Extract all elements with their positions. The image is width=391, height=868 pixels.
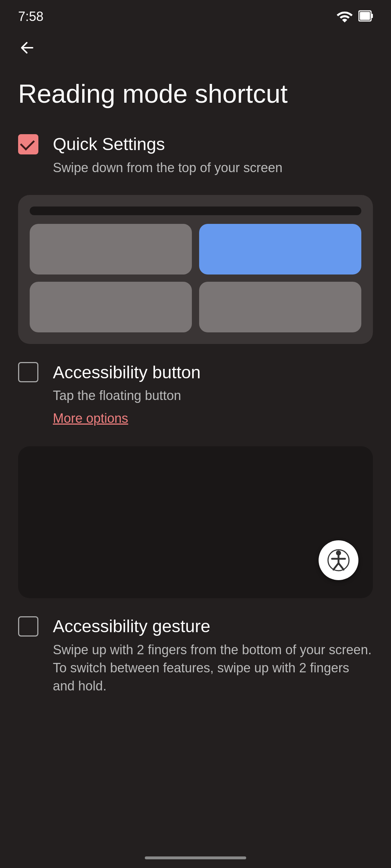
accessibility-person-icon bbox=[327, 549, 350, 572]
status-icons bbox=[337, 9, 373, 24]
svg-rect-2 bbox=[360, 12, 370, 20]
qs-tile-4 bbox=[199, 282, 361, 332]
svg-line-6 bbox=[333, 563, 339, 570]
accessibility-gesture-title: Accessibility gesture bbox=[53, 616, 210, 636]
qs-top-bar bbox=[30, 207, 361, 215]
wifi-icon bbox=[337, 9, 353, 24]
quick-settings-title: Quick Settings bbox=[53, 134, 165, 154]
option-accessibility-button: Accessibility button Tap the floating bu… bbox=[0, 355, 391, 439]
qs-tile-2-active bbox=[199, 224, 361, 275]
battery-icon bbox=[358, 9, 373, 24]
qs-tile-1 bbox=[30, 224, 192, 275]
option-quick-settings: Quick Settings Swipe down from the top o… bbox=[0, 127, 391, 184]
accessibility-gesture-subtitle: Swipe up with 2 fingers from the bottom … bbox=[53, 641, 373, 695]
accessibility-gesture-checkbox[interactable] bbox=[18, 616, 38, 637]
svg-line-7 bbox=[339, 563, 344, 570]
svg-rect-1 bbox=[371, 14, 373, 18]
option-accessibility-gesture: Accessibility gesture Swipe up with 2 fi… bbox=[0, 609, 391, 706]
accessibility-float-button bbox=[319, 540, 358, 580]
accessibility-button-preview bbox=[18, 446, 373, 598]
option-quick-settings-header: Quick Settings bbox=[18, 134, 373, 154]
accessibility-button-title: Accessibility button bbox=[53, 362, 201, 382]
quick-settings-preview bbox=[18, 195, 373, 344]
accessibility-button-subtitle: Tap the floating button bbox=[53, 387, 373, 405]
option-accessibility-gesture-header: Accessibility gesture bbox=[18, 616, 373, 637]
option-accessibility-button-header: Accessibility button bbox=[18, 362, 373, 382]
accessibility-button-checkbox[interactable] bbox=[18, 362, 38, 382]
page-title: Reading mode shortcut bbox=[0, 64, 391, 127]
quick-settings-subtitle: Swipe down from the top of your screen bbox=[53, 159, 373, 177]
qs-tile-3 bbox=[30, 282, 192, 332]
back-button[interactable] bbox=[0, 29, 391, 64]
more-options-link[interactable]: More options bbox=[53, 411, 128, 426]
quick-settings-checkbox[interactable] bbox=[18, 134, 38, 154]
bottom-nav-indicator bbox=[145, 856, 246, 859]
qs-tiles bbox=[30, 224, 361, 332]
status-bar: 7:58 bbox=[0, 0, 391, 29]
status-time: 7:58 bbox=[18, 9, 43, 24]
